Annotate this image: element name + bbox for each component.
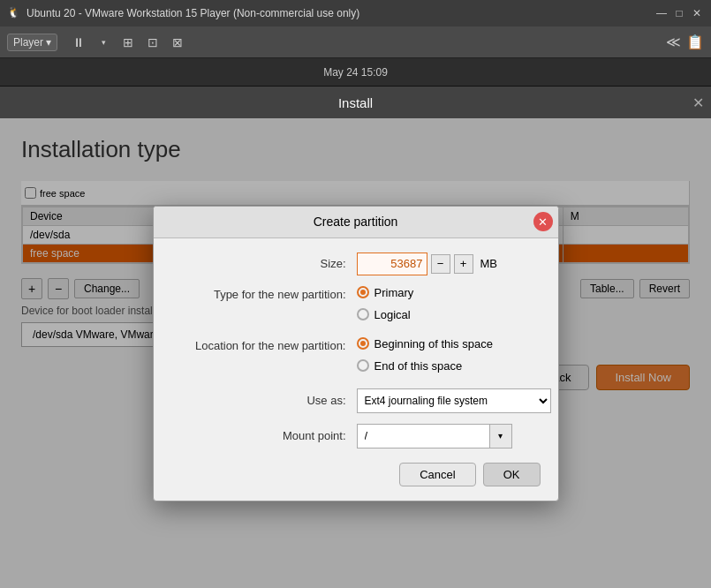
dialog-buttons: Cancel OK — [171, 459, 541, 486]
player-arrow-icon: ▾ — [46, 36, 51, 49]
radio-end-label: End of this space — [374, 359, 463, 373]
dialog-overlay: Create partition ✕ Size: − — [0, 118, 711, 588]
mount-wrap: ▾ — [357, 424, 512, 449]
size-control: − + MB — [357, 253, 541, 275]
location-row: Location for the new partition: Beginnin… — [171, 337, 541, 378]
dialog-title-bar: Create partition ✕ — [154, 207, 558, 238]
player-menu[interactable]: Player ▾ — [7, 34, 57, 51]
toolbar: Player ▾ ⏸ ▾ ⊞ ⊡ ⊠ ≪ 📋 — [0, 26, 711, 58]
install-header: Install ✕ — [0, 87, 711, 118]
vm-status-bar: May 24 15:09 — [0, 58, 711, 87]
ok-button[interactable]: OK — [483, 463, 541, 486]
dialog-close-button[interactable]: ✕ — [533, 212, 553, 231]
use-as-row: Use as: Ext4 journaling file system Ext3… — [171, 388, 541, 413]
datetime: May 24 15:09 — [323, 66, 388, 79]
vm-status-bar-wrap: May 24 15:09 🖧 🔊 ⏻ ▾ — [0, 58, 711, 87]
radio-beginning-row: Beginning of this space — [357, 337, 493, 351]
nav-back-icon[interactable]: ≪ — [666, 34, 681, 50]
size-input[interactable] — [357, 253, 427, 275]
radio-beginning[interactable] — [357, 337, 369, 350]
view-button-2[interactable]: ⊡ — [140, 30, 165, 55]
radio-logical-label: Logical — [374, 308, 411, 321]
player-label: Player — [13, 36, 43, 49]
toolbar-right: ≪ 📋 — [666, 34, 704, 50]
cancel-button[interactable]: Cancel — [399, 463, 475, 486]
dialog-body: Size: − + MB — [154, 238, 558, 501]
mount-point-control: ▾ — [357, 424, 541, 449]
radio-beginning-inner — [360, 341, 366, 346]
size-input-wrap: − + MB — [357, 253, 498, 275]
view-button-1[interactable]: ⊞ — [116, 30, 140, 55]
pause-arrow-button[interactable]: ▾ — [91, 30, 116, 55]
pause-button[interactable]: ⏸ — [66, 30, 91, 55]
window-title: Ubuntu 20 - VMware Workstation 15 Player… — [26, 7, 654, 19]
mount-point-label: Mount point: — [171, 429, 357, 442]
clipboard-icon[interactable]: 📋 — [686, 34, 704, 50]
close-button[interactable]: ✕ — [690, 6, 704, 20]
radio-beginning-label: Beginning of this space — [374, 337, 493, 351]
mount-point-row: Mount point: ▾ — [171, 424, 541, 449]
use-as-label: Use as: — [171, 394, 357, 407]
size-increment-button[interactable]: + — [454, 254, 473, 274]
radio-primary-row: Primary — [357, 286, 414, 299]
use-as-select[interactable]: Ext4 journaling file system Ext3 journal… — [357, 388, 551, 413]
app-icon: 🐧 — [7, 6, 21, 20]
radio-end-row: End of this space — [357, 359, 493, 373]
size-row: Size: − + MB — [171, 253, 541, 275]
radio-primary[interactable] — [357, 286, 369, 298]
radio-logical[interactable] — [357, 308, 369, 320]
radio-end[interactable] — [357, 359, 369, 372]
window-controls: — □ ✕ — [654, 6, 704, 20]
location-control: Beginning of this space End of this spac… — [357, 337, 541, 378]
view-button-3[interactable]: ⊠ — [165, 30, 190, 55]
minimize-button[interactable]: — — [654, 6, 669, 20]
size-label: Size: — [171, 257, 357, 270]
maximize-button[interactable]: □ — [672, 6, 686, 20]
size-unit: MB — [480, 257, 498, 270]
use-as-control: Ext4 journaling file system Ext3 journal… — [357, 388, 551, 413]
create-partition-dialog: Create partition ✕ Size: − — [153, 206, 559, 501]
location-label: Location for the new partition: — [171, 337, 357, 352]
app-window: 🐧 Ubuntu 20 - VMware Workstation 15 Play… — [0, 0, 711, 588]
type-label: Type for the new partition: — [171, 286, 357, 301]
radio-primary-label: Primary — [374, 286, 414, 299]
main-content: Installation type free space Device Type… — [0, 118, 711, 588]
install-close-button[interactable]: ✕ — [692, 94, 704, 111]
radio-primary-inner — [360, 290, 366, 295]
install-title: Install — [338, 95, 373, 110]
type-control: Primary Logical — [357, 286, 541, 327]
size-decrement-button[interactable]: − — [431, 254, 450, 274]
dialog-title: Create partition — [314, 215, 398, 229]
radio-logical-row: Logical — [357, 308, 414, 321]
title-bar: 🐧 Ubuntu 20 - VMware Workstation 15 Play… — [0, 0, 711, 26]
mount-dropdown-button[interactable]: ▾ — [489, 424, 512, 449]
partition-type-row: Type for the new partition: Primary — [171, 286, 541, 327]
mount-point-input[interactable] — [357, 424, 489, 449]
vm-content: Install ✕ Installation type free space D… — [0, 87, 711, 588]
